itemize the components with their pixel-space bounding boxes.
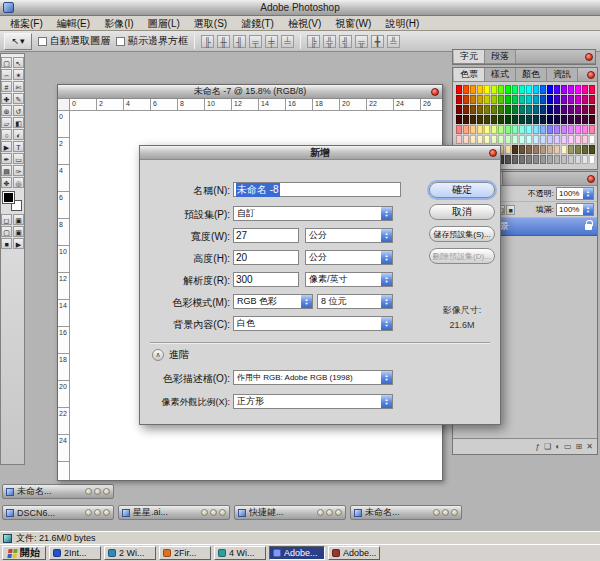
color-swatch[interactable]: [568, 125, 574, 134]
color-swatch[interactable]: [505, 85, 511, 94]
minimized-document-bar[interactable]: 未命名...: [350, 505, 462, 520]
collapse-chevron-icon[interactable]: ∧: [152, 349, 164, 361]
color-swatch[interactable]: [519, 85, 525, 94]
quick-mask-mode-icon[interactable]: ▣: [13, 214, 24, 225]
taskbar-button[interactable]: 4 Wi...: [214, 546, 266, 560]
color-swatch[interactable]: [519, 155, 525, 164]
color-swatch[interactable]: [533, 125, 539, 134]
menu-item[interactable]: 視窗(W): [328, 16, 378, 31]
color-swatch[interactable]: [561, 145, 567, 154]
color-swatch[interactable]: [554, 155, 560, 164]
color-swatch[interactable]: [498, 95, 504, 104]
color-swatch[interactable]: [470, 95, 476, 104]
color-swatch[interactable]: [463, 125, 469, 134]
preset-dropdown[interactable]: 自訂: [233, 206, 393, 221]
close-button[interactable]: [219, 509, 226, 516]
color-swatch[interactable]: [533, 105, 539, 114]
color-swatch[interactable]: [463, 95, 469, 104]
color-swatch[interactable]: [463, 115, 469, 124]
color-swatch[interactable]: [554, 115, 560, 124]
menu-item[interactable]: 圖層(L): [141, 16, 187, 31]
color-swatch[interactable]: [582, 155, 588, 164]
color-swatch[interactable]: [470, 115, 476, 124]
taskbar-button[interactable]: 2Int...: [49, 546, 101, 560]
background-contents-dropdown[interactable]: 白色: [233, 316, 393, 331]
gradient-tool-icon[interactable]: ◧: [13, 117, 24, 128]
move-tool-icon[interactable]: ↖: [13, 57, 24, 68]
minimize-button[interactable]: [433, 509, 440, 516]
color-swatch[interactable]: [456, 105, 462, 114]
color-swatch[interactable]: [561, 115, 567, 124]
maximize-button[interactable]: [94, 509, 101, 516]
blur-tool-icon[interactable]: ○: [1, 129, 12, 140]
color-swatch[interactable]: [547, 125, 553, 134]
color-swatch[interactable]: [554, 85, 560, 94]
color-swatch[interactable]: [512, 95, 518, 104]
color-swatch[interactable]: [589, 105, 595, 114]
show-bounding-box-checkbox[interactable]: 顯示邊界方框: [116, 34, 188, 48]
color-swatch[interactable]: [470, 135, 476, 144]
color-swatch[interactable]: [484, 95, 490, 104]
color-swatch[interactable]: [533, 95, 539, 104]
close-button[interactable]: [451, 509, 458, 516]
color-swatch[interactable]: [484, 135, 490, 144]
height-input[interactable]: 20: [233, 250, 299, 265]
color-swatch[interactable]: [491, 125, 497, 134]
color-swatch[interactable]: [498, 115, 504, 124]
delete-layer-icon[interactable]: ✕: [586, 442, 593, 451]
color-swatch[interactable]: [568, 145, 574, 154]
color-swatch[interactable]: [498, 125, 504, 134]
color-swatch[interactable]: [456, 135, 462, 144]
color-swatch[interactable]: [582, 135, 588, 144]
color-swatch[interactable]: [512, 155, 518, 164]
auto-select-layer-checkbox[interactable]: 自動選取圖層: [38, 34, 110, 48]
brush-tool-icon[interactable]: ✎: [13, 93, 24, 104]
color-swatch[interactable]: [456, 125, 462, 134]
path-select-tool-icon[interactable]: ▶: [1, 141, 12, 152]
maximize-button[interactable]: [326, 509, 333, 516]
name-input[interactable]: 未命名 -8: [233, 182, 401, 197]
standard-mode-icon[interactable]: ◻: [1, 214, 12, 225]
color-swatch[interactable]: [540, 95, 546, 104]
height-unit-dropdown[interactable]: 公分: [305, 250, 393, 265]
panel-tab[interactable]: 段落: [485, 50, 516, 63]
color-swatch[interactable]: [540, 85, 546, 94]
color-swatch-widget[interactable]: [3, 192, 22, 211]
minimize-button[interactable]: [317, 509, 324, 516]
color-swatch[interactable]: [547, 115, 553, 124]
color-swatch[interactable]: [498, 105, 504, 114]
opacity-input[interactable]: 100%: [556, 187, 594, 200]
minimized-document-bar[interactable]: DSCN6...: [2, 505, 114, 520]
foreground-color-swatch[interactable]: [3, 192, 14, 203]
color-swatch[interactable]: [582, 125, 588, 134]
layer-style-icon[interactable]: ƒ: [536, 442, 540, 451]
color-swatch[interactable]: [519, 145, 525, 154]
color-swatch[interactable]: [519, 125, 525, 134]
delete-preset-button[interactable]: 刪除預設集(D)...: [429, 248, 495, 264]
resolution-input[interactable]: 300: [233, 272, 299, 287]
color-swatch[interactable]: [575, 135, 581, 144]
color-swatch[interactable]: [568, 135, 574, 144]
color-profile-dropdown[interactable]: 作用中 RGB: Adobe RGB (1998): [233, 370, 393, 385]
dodge-tool-icon[interactable]: ◐: [13, 129, 24, 140]
maximize-button[interactable]: [94, 488, 101, 495]
save-preset-button[interactable]: 儲存預設集(S)...: [429, 226, 495, 242]
color-swatch[interactable]: [512, 115, 518, 124]
color-swatch[interactable]: [589, 135, 595, 144]
color-swatch[interactable]: [526, 125, 532, 134]
color-swatch[interactable]: [561, 125, 567, 134]
color-swatch[interactable]: [540, 155, 546, 164]
color-swatch[interactable]: [547, 155, 553, 164]
new-group-icon[interactable]: ▭: [564, 442, 572, 451]
ok-button[interactable]: 確定: [429, 182, 495, 198]
color-swatch[interactable]: [582, 105, 588, 114]
menu-item[interactable]: 檔案(F): [3, 16, 50, 31]
close-icon[interactable]: [431, 88, 439, 96]
color-swatch[interactable]: [505, 105, 511, 114]
color-swatch[interactable]: [456, 85, 462, 94]
color-swatch[interactable]: [582, 85, 588, 94]
menu-item[interactable]: 選取(S): [187, 16, 234, 31]
adjustment-layer-icon[interactable]: ◐: [555, 442, 560, 451]
color-swatch[interactable]: [582, 95, 588, 104]
color-swatch[interactable]: [589, 115, 595, 124]
